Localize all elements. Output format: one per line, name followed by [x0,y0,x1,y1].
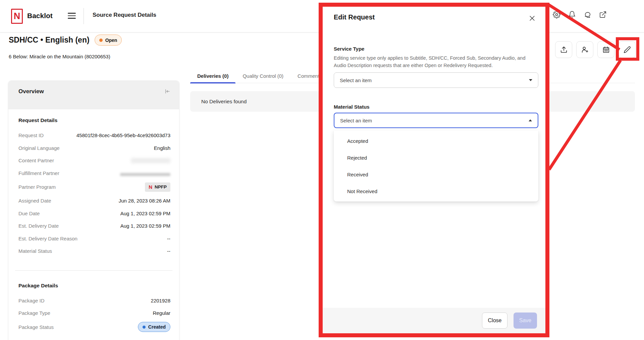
header-divider [84,8,84,24]
service-type-label: Service Type [334,46,364,52]
section-divider [15,270,172,271]
detail-value: 45801f28-8cec-4b65-95eb-4ce926003d73 [76,132,170,138]
detail-label: Content Partner [18,158,54,163]
detail-label: Material Status [18,248,52,254]
detail-value: English [154,145,170,151]
tab-label: Comments [298,73,322,79]
empty-state-text: No Deliveries found [201,99,247,105]
detail-label: Package Type [18,310,50,316]
calendar-button[interactable] [597,41,614,58]
request-heading: SDH/CC • English (en) Open [9,35,122,46]
overview-panel-header: Overview [8,81,179,109]
netflix-n-icon: N [149,184,152,190]
request-title: SDH/CC • English (en) [9,36,90,45]
detail-value: Aug 1, 2023 02:59 PM [120,211,170,216]
detail-value: Regular [153,310,170,316]
material-status-label: Material Status [334,104,370,110]
collapse-panel-icon[interactable] [164,88,170,96]
status-dot-icon [143,326,146,329]
modal-footer: Close Save [323,308,545,333]
detail-row: Est. Delivery Date Reason-- [18,232,170,245]
detail-row: Partner ProgramNNPFP [18,179,170,194]
detail-row: Request ID45801f28-8cec-4b65-95eb-4ce926… [18,129,170,142]
detail-row: Content Partner [18,154,170,167]
page-title: Source Request Details [93,12,156,18]
detail-value: -- [167,248,170,254]
dropdown-option-accepted[interactable]: Accepted [334,132,538,149]
edit-pencil-icon [624,46,631,53]
modal-title: Edit Request [334,13,375,21]
dropdown-option-received[interactable]: Received [334,166,538,183]
request-details-heading: Request Details [18,117,170,123]
menu-icon[interactable] [67,11,76,20]
detail-row: Fulfillment Partner [18,167,170,180]
package-details-rows: Package ID2201928Package TypeRegularPack… [18,294,170,335]
detail-row: Original LanguageEnglish [18,142,170,155]
external-link-icon[interactable] [598,10,607,19]
close-icon[interactable] [528,14,536,22]
tab-label: Quality Control (0) [243,73,283,79]
partner-program-badge: NNPFP [145,182,170,192]
edit-request-button[interactable] [619,41,636,58]
detail-label: Request ID [18,132,44,138]
detail-value: 2201928 [151,298,170,303]
detail-row: Package ID2201928 [18,294,170,307]
detail-label: Est. Delivery Date Reason [18,236,77,241]
service-type-select[interactable]: Select an item [334,72,538,88]
active-tab-underline [190,82,235,83]
calendar-icon [602,46,610,53]
detail-row: Package TypeRegular [18,307,170,320]
status-badge: Open [95,35,122,46]
package-details-heading: Package Details [18,283,170,289]
add-user-icon [581,46,589,53]
content-subtitle: 6 Below: Miracle on the Mountain (802006… [9,54,110,59]
detail-value: Jun 28, 2023 08:26 AM [119,198,170,204]
material-status-select[interactable]: Select an item [334,113,538,128]
save-button[interactable]: Save [514,313,537,329]
netflix-logo-icon[interactable]: N [11,9,23,24]
detail-label: Due Date [18,211,40,216]
screen: N Backlot Source Request Details SDH/CC … [0,0,644,340]
redacted-value [120,170,170,176]
upload-button[interactable] [555,41,572,58]
add-user-button[interactable] [576,41,593,58]
detail-label: Package Status [18,324,54,330]
tab-quality-control[interactable]: Quality Control (0) [235,68,290,83]
upload-icon [560,46,568,53]
request-details-rows: Request ID45801f28-8cec-4b65-95eb-4ce926… [18,129,170,258]
chat-icon[interactable] [583,10,592,19]
overview-panel: Overview Request Details Request ID45801… [8,80,179,340]
header-icon-group [552,10,607,19]
chevron-down-icon [529,79,532,81]
notifications-bell-icon[interactable] [567,10,577,19]
chevron-up-icon [529,119,532,121]
service-type-description: Editing service type only applies to Sub… [334,54,535,69]
detail-label: Assigned Date [18,198,51,204]
detail-label: Partner Program [18,184,56,190]
detail-label: Est. Delivery Date [18,223,59,229]
detail-value: -- [167,236,170,241]
brand-name: Backlot [27,12,53,20]
redaction-blur [120,173,170,176]
detail-row: Assigned DateJun 28, 2023 08:26 AM [18,194,170,207]
tab-deliveries[interactable]: Deliveries (0) [190,68,235,83]
material-status-dropdown: AcceptedRejectedReceivedNot Received [334,130,538,202]
settings-gear-icon[interactable] [552,10,561,19]
detail-label: Fulfillment Partner [18,170,59,176]
redacted-value [131,158,170,163]
detail-row: Est. Delivery DateAug 1, 2023 02:59 PM [18,220,170,232]
edit-request-modal: Edit Request Service Type Editing servic… [319,3,549,337]
overview-panel-body: Request Details Request ID45801f28-8cec-… [8,109,179,335]
detail-row: Package StatusCreated [18,320,170,335]
detail-label: Original Language [18,145,60,151]
redaction-blur [131,158,170,163]
package-status-badge: Created [138,322,170,332]
detail-value: Aug 1, 2023 02:59 PM [120,223,170,229]
dropdown-option-rejected[interactable]: Rejected [334,149,538,166]
overview-title: Overview [18,88,44,95]
tab-label: Deliveries (0) [197,73,228,79]
close-button[interactable]: Close [482,313,507,329]
dropdown-option-not-received[interactable]: Not Received [334,183,538,200]
action-button-row [555,41,636,58]
detail-row: Material Status-- [18,245,170,258]
